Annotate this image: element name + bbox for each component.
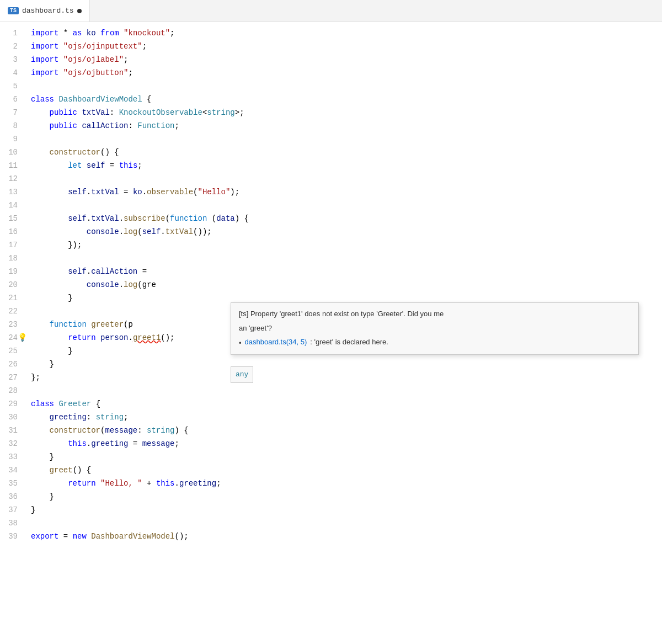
code-line-27: };: [31, 371, 662, 384]
tooltip-bullet: • dashboard.ts(34, 5): 'greet' is declar…: [239, 337, 631, 349]
code-line-19: self.callAction =: [31, 265, 662, 278]
code-line-33: }: [31, 450, 662, 464]
editor-container: TS dashboard.ts 12345 678910 1112131415 …: [0, 0, 662, 644]
type-hint-text: any: [236, 370, 248, 379]
modified-dot: [77, 9, 82, 13]
code-area: 12345 678910 1112131415 1617181920 21222…: [0, 22, 662, 547]
code-line-15: self.txtVal.subscribe(function (data) {: [31, 212, 662, 225]
code-line-30: greeting: string;: [31, 411, 662, 424]
tooltip-title-line1: [ts] Property 'greet1' does not exist on…: [239, 308, 631, 320]
error-tooltip: [ts] Property 'greet1' does not exist on…: [231, 302, 639, 355]
code-line-34: greet() {: [31, 464, 662, 477]
code-line-14: [31, 199, 662, 212]
code-line-3: import "ojs/ojlabel";: [31, 53, 662, 66]
code-line-37: }: [31, 503, 662, 517]
code-line-7: public txtVal: KnockoutObservable<string…: [31, 106, 662, 119]
code-line-13: self.txtVal = ko.observable("Hello");: [31, 185, 662, 199]
code-line-18: [31, 252, 662, 265]
line-numbers: 12345 678910 1112131415 1617181920 21222…: [0, 22, 26, 547]
lightbulb-icon[interactable]: 💡: [18, 331, 27, 344]
tab-filename: dashboard.ts: [22, 7, 74, 15]
code-line-26: }: [31, 358, 662, 371]
code-line-39: export = new DashboardViewModel();: [31, 530, 662, 543]
code-line-16: console.log(self.txtVal());: [31, 225, 662, 238]
code-line-29: class Greeter {: [31, 397, 662, 411]
code-line-11: let self = this;: [31, 159, 662, 172]
tooltip-link-desc: : 'greet' is declared here.: [310, 337, 388, 348]
code-line-35: return "Hello, " + this.greeting;: [31, 477, 662, 490]
code-line-5: [31, 79, 662, 93]
tab-bar: TS dashboard.ts: [0, 0, 662, 22]
file-tab[interactable]: TS dashboard.ts: [0, 0, 90, 22]
type-hint-popup: any: [231, 366, 253, 383]
code-line-2: import "ojs/ojinputtext";: [31, 40, 662, 53]
code-line-10: constructor() {: [31, 146, 662, 159]
code-line-9: [31, 132, 662, 146]
bullet-icon: •: [239, 338, 242, 349]
ts-badge: TS: [8, 7, 19, 14]
code-line-17: });: [31, 238, 662, 252]
code-line-1: import * as ko from "knockout";: [31, 26, 662, 40]
code-line-12: [31, 172, 662, 185]
code-line-6: class DashboardViewModel {: [31, 93, 662, 106]
code-line-8: public callAction: Function;: [31, 119, 662, 132]
code-content: import * as ko from "knockout"; import "…: [26, 22, 662, 547]
tooltip-title-line2: an 'greet'?: [239, 323, 631, 334]
code-line-38: [31, 517, 662, 530]
tooltip-link[interactable]: dashboard.ts(34, 5): [245, 337, 307, 348]
code-line-32: this.greeting = message;: [31, 437, 662, 450]
code-line-4: import "ojs/ojbutton";: [31, 66, 662, 79]
code-line-28: [31, 384, 662, 397]
code-line-31: constructor(message: string) {: [31, 424, 662, 437]
code-line-36: }: [31, 490, 662, 503]
code-line-20: console.log(gre: [31, 278, 662, 291]
